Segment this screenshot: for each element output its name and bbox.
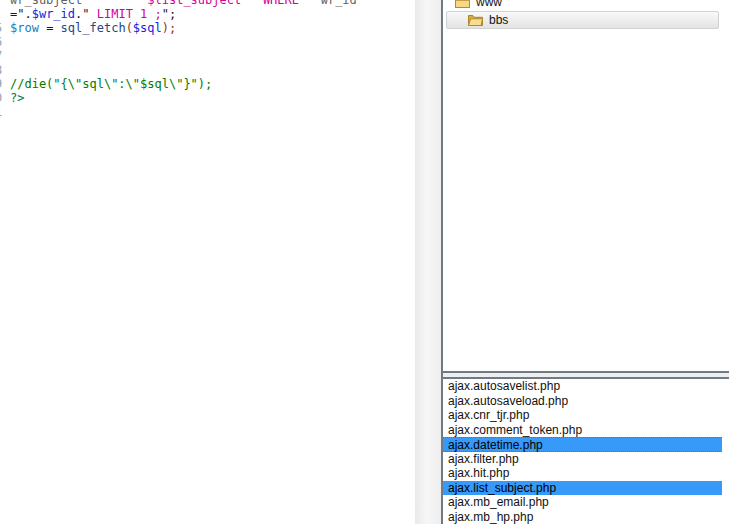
code-text: //die("{\"sql\":\"$sql\"}");: [10, 77, 212, 91]
file-list-item[interactable]: ajax.mb_hp.php: [443, 510, 722, 524]
line-number: 5: [0, 21, 3, 35]
folder-tree-panel: wwwbbs: [443, 0, 729, 371]
file-list-item[interactable]: ajax.hit.php: [443, 466, 722, 481]
line-number: 1: [0, 105, 3, 119]
folder-closed-icon: [455, 0, 470, 8]
file-list-item[interactable]: ajax.comment_token.php: [443, 423, 722, 438]
code-line[interactable]: 1: [0, 105, 415, 119]
file-list-item[interactable]: ajax.filter.php: [443, 452, 722, 467]
code-text: $row = sql_fetch($sql);: [10, 21, 176, 35]
folder-open-icon: [468, 14, 483, 26]
code-text: =".$wr_id." LIMIT 1 ;";: [10, 7, 176, 21]
code-line[interactable]: 8: [0, 63, 415, 77]
code-lines: wr_subject '$list_subject' WHERE wr_id="…: [0, 0, 415, 119]
file-list-item[interactable]: ajax.autosaveload.php: [443, 394, 722, 409]
folder-tree: wwwbbs: [443, 0, 729, 29]
file-list-panel: ajax.autosavelist.phpajax.autosaveload.p…: [443, 379, 729, 524]
code-line[interactable]: wr_subject '$list_subject' WHERE wr_id: [0, 0, 415, 7]
file-list-item[interactable]: ajax.autosavelist.php: [443, 379, 722, 394]
line-number: 7: [0, 49, 3, 63]
tree-item-bbs[interactable]: bbs: [446, 11, 719, 29]
tree-item-label: www: [476, 0, 502, 9]
editor-scrollbar-area[interactable]: [415, 0, 441, 524]
line-number: 6: [0, 35, 3, 49]
code-text: wr_subject '$list_subject' WHERE wr_id: [10, 0, 357, 7]
line-number: 8: [0, 63, 3, 77]
file-list-item[interactable]: ajax.cnr_tjr.php: [443, 408, 722, 423]
code-editor-pane[interactable]: wr_subject '$list_subject' WHERE wr_id="…: [0, 0, 415, 524]
code-line[interactable]: 6: [0, 35, 415, 49]
code-line[interactable]: 5$row = sql_fetch($sql);: [0, 21, 415, 35]
file-list-item[interactable]: ajax.mb_email.php: [443, 495, 722, 510]
line-number: 0: [0, 91, 3, 105]
file-list-item[interactable]: ajax.datetime.php: [443, 437, 722, 452]
tree-item-label: bbs: [489, 13, 508, 27]
code-line[interactable]: =".$wr_id." LIMIT 1 ;";: [0, 7, 415, 21]
code-line[interactable]: 7: [0, 49, 415, 63]
file-list: ajax.autosavelist.phpajax.autosaveload.p…: [443, 379, 729, 524]
tree-item-www[interactable]: www: [446, 0, 719, 11]
code-text: ?>: [10, 91, 24, 105]
code-line[interactable]: 0?>: [0, 91, 415, 105]
code-line[interactable]: 9//die("{\"sql\":\"$sql\"}");: [0, 77, 415, 91]
line-number: 9: [0, 77, 3, 91]
file-list-item[interactable]: ajax.list_subject.php: [443, 481, 722, 496]
